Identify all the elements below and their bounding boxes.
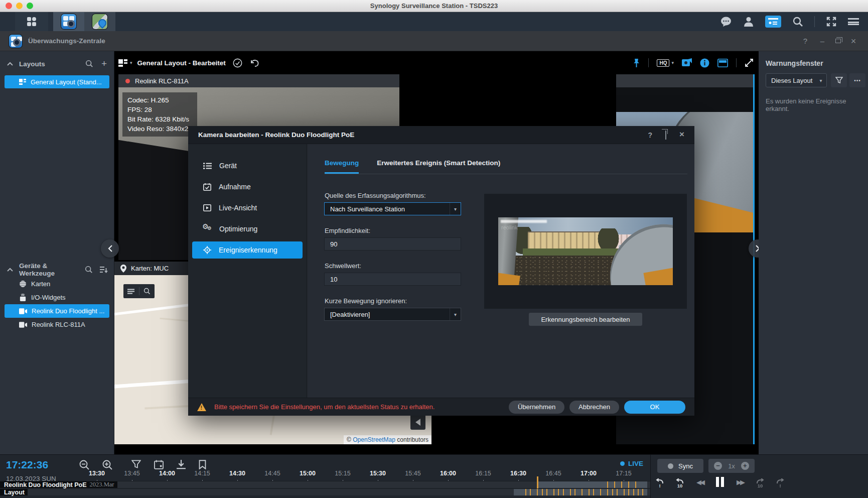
ok-button[interactable]: OK [624, 401, 685, 414]
back-10s-button[interactable]: 10 [673, 478, 686, 485]
alerts-more-button[interactable]: ••• [849, 73, 865, 87]
devices-section-header[interactable]: Geräte & Werkzeuge [0, 262, 114, 277]
surveillance-station-icon [61, 14, 76, 29]
profile-icon[interactable] [743, 16, 754, 27]
search-icon[interactable] [85, 60, 93, 68]
dialog-maximize-icon[interactable] [665, 131, 666, 139]
dialog-close-icon[interactable]: × [679, 131, 684, 139]
camera-tile-name: Reolink RLC-811A [135, 77, 189, 85]
fullscreen-icon[interactable] [826, 16, 837, 27]
sidebar-item-general-layout[interactable]: General Layout (Stand... [5, 75, 109, 88]
caret-down-icon: ▾ [671, 60, 674, 65]
dialog-help-icon[interactable]: ? [648, 131, 653, 139]
speed-increase-icon[interactable]: + [741, 462, 749, 470]
search-icon[interactable] [85, 266, 93, 274]
device-item-label: Reolink RLC-811A [32, 321, 85, 328]
dialog-tabs: Bewegung Erweitertes Ereignis (Smart Det… [325, 159, 687, 174]
map-back-button[interactable] [410, 415, 425, 430]
forward-10s-button[interactable]: 10 [754, 478, 767, 485]
restore-button[interactable] [833, 37, 842, 46]
event-mark [563, 489, 564, 495]
zoom-in-icon[interactable] [102, 460, 112, 470]
close-button[interactable]: × [849, 37, 858, 46]
sidebar-item-reolink-duo[interactable]: Reolink Duo Floodlight ... [5, 304, 109, 318]
alerts-panel-title: Warnungsfenster [766, 59, 823, 67]
edit-detection-area-button[interactable]: Erkennungsbereich bearbeiten [529, 313, 642, 326]
ignore-motion-select[interactable]: [Deaktivieren] ▾ [324, 308, 461, 321]
layout-toolbar: ▾ General Layout - Bearbeitet HQ ▾ [118, 54, 754, 71]
sidebar-item-reolink-rlc[interactable]: Reolink RLC-811A [0, 318, 114, 331]
stream-quality-button[interactable]: HQ ▾ [657, 59, 674, 67]
sensitivity-input[interactable]: 90 [324, 237, 461, 251]
options-menu-icon[interactable] [848, 18, 859, 25]
dsm-taskbar [0, 12, 868, 31]
live-indicator[interactable]: LIVE [620, 460, 643, 467]
timeline-row[interactable]: Reolink Duo Floodlight PoE2023.Mar [0, 481, 650, 488]
timeline-tick-label: 15:45 [405, 470, 420, 477]
map-list-icon[interactable] [127, 289, 135, 294]
add-layout-icon[interactable]: + [101, 58, 107, 69]
globe-icon [19, 280, 27, 288]
next-event-button[interactable]: ! [774, 478, 787, 485]
alerts-layout-select[interactable]: Dieses Layout ▾ [766, 73, 827, 87]
threshold-input[interactable]: 10 [324, 273, 461, 286]
rewind-button[interactable]: ◀◀ [693, 478, 706, 486]
camera-tile-header [616, 74, 753, 87]
timeline-marker [537, 476, 538, 488]
minimize-button[interactable]: – [818, 37, 827, 46]
layout-grid-icon[interactable] [118, 59, 127, 67]
undo-icon[interactable] [249, 59, 259, 67]
zoom-out-icon[interactable] [79, 460, 89, 470]
timeline-row[interactable]: Layout [0, 488, 650, 495]
bookmark-icon[interactable] [199, 460, 206, 469]
map-search-icon[interactable] [143, 288, 151, 295]
collapse-sidebar-button[interactable] [101, 239, 119, 258]
panel-layout-icon[interactable] [717, 59, 728, 67]
maps-app-tab[interactable] [84, 12, 115, 31]
confirm-layout-icon[interactable] [233, 58, 242, 68]
detection-preview-image: reolink [498, 217, 673, 285]
cancel-button[interactable]: Abbrechen [569, 401, 619, 414]
device-item-label: I/O-Widgets [31, 294, 66, 301]
surveillance-station-app-tab[interactable] [53, 12, 84, 31]
dialog-nav-optimierung[interactable]: ⚙ ⚙ Optimierung [192, 220, 303, 237]
dialog-nav-live-ansicht[interactable]: Live-Ansicht [192, 199, 303, 216]
watermark: reolink [501, 224, 517, 230]
dialog-nav-geraet[interactable]: Gerät [192, 157, 303, 174]
recording-band [514, 489, 647, 495]
event-mark [582, 489, 583, 495]
speed-decrease-icon[interactable]: − [714, 462, 722, 470]
previous-event-button[interactable]: ! [653, 478, 666, 485]
layouts-section-header[interactable]: Layouts + [0, 56, 114, 71]
openstreetmap-link[interactable]: OpenStreetMap [353, 436, 395, 443]
info-icon[interactable] [700, 58, 709, 68]
device-list-icon [203, 163, 212, 169]
chat-icon[interactable] [720, 16, 732, 27]
calendar-icon[interactable] [154, 460, 164, 469]
dialog-nav-ereigniserkennung[interactable]: Ereigniserkennung [192, 241, 303, 259]
source-select[interactable]: Nach Surveillance Station ▾ [324, 202, 461, 215]
expand-icon[interactable] [745, 58, 754, 67]
sidebar-item-io-widgets[interactable]: I/O-Widgets [0, 291, 114, 304]
fast-forward-button[interactable]: ▶▶ [734, 478, 747, 486]
sort-icon[interactable] [100, 266, 108, 273]
apply-button[interactable]: Übernehmen [509, 401, 564, 414]
sync-button[interactable]: Sync [657, 459, 703, 473]
main-menu-button[interactable] [15, 12, 48, 31]
pause-button[interactable] [713, 477, 727, 487]
pin-icon[interactable] [633, 58, 640, 68]
tab-bewegung[interactable]: Bewegung [325, 159, 359, 174]
tab-erweitertes-ereignis[interactable]: Erweitertes Ereignis (Smart Detection) [377, 159, 500, 174]
help-button[interactable]: ? [801, 37, 810, 46]
filter-icon[interactable] [131, 460, 141, 469]
snapshot-icon[interactable] [682, 58, 692, 67]
timeline-tick-label: 17:00 [581, 470, 597, 477]
sidebar-item-karten[interactable]: Karten [0, 277, 114, 291]
widgets-panel-icon[interactable] [765, 16, 781, 28]
layout-caret-icon[interactable]: ▾ [130, 60, 132, 65]
alerts-filter-button[interactable] [831, 73, 847, 87]
download-icon[interactable] [177, 460, 186, 469]
event-mark [642, 489, 643, 495]
dialog-nav-aufnahme[interactable]: Aufnahme [192, 178, 303, 195]
search-icon[interactable] [792, 16, 803, 27]
